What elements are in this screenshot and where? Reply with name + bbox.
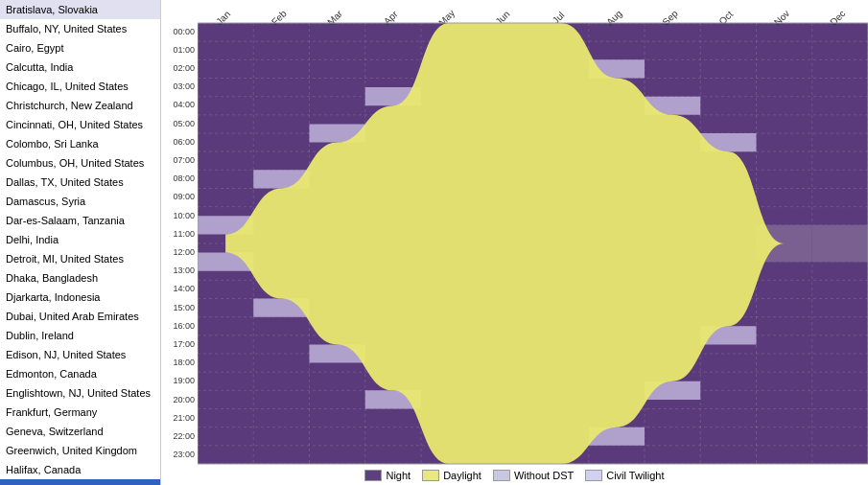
y-axis-label: 09:00: [161, 189, 198, 206]
chart-svg-container: JanFebMarAprMayJunJulAugSepOctNovDec: [198, 6, 868, 466]
sidebar-item[interactable]: Buffalo, NY, United States: [0, 19, 160, 38]
y-axis-label: 17:00: [161, 335, 198, 353]
legend-item: Daylight: [422, 470, 481, 481]
y-axis: 00:0001:0002:0003:0004:0005:0006:0007:00…: [161, 6, 198, 466]
sidebar-item[interactable]: Colombo, Sri Lanka: [0, 134, 160, 153]
legend-item: Civil Twilight: [585, 470, 664, 481]
y-axis-label: 03:00: [161, 79, 198, 96]
y-axis-label: 14:00: [161, 281, 198, 298]
y-axis-label: 20:00: [161, 391, 198, 408]
sidebar-item[interactable]: Damascus, Syria: [0, 192, 160, 211]
y-axis-label: 08:00: [161, 171, 198, 188]
sidebar-item[interactable]: Edison, NJ, United States: [0, 345, 160, 364]
legend-label: Daylight: [443, 470, 481, 481]
sidebar-item[interactable]: Detroit, MI, United States: [0, 249, 160, 268]
y-axis-label: 01:00: [161, 41, 198, 58]
y-axis-label: 23:00: [161, 447, 198, 464]
y-axis-label: 21:00: [161, 409, 198, 427]
sidebar-item[interactable]: Englishtown, NJ, United States: [0, 383, 160, 403]
legend-swatch: [364, 470, 382, 481]
sidebar-item[interactable]: Frankfurt, Germany: [0, 403, 160, 422]
chart-legend: NightDaylightWithout DSTCivil Twilight: [161, 466, 868, 485]
legend-swatch: [493, 470, 510, 481]
sidebar-item[interactable]: Edmonton, Canada: [0, 364, 160, 383]
y-axis-label: 10:00: [161, 207, 198, 224]
legend-label: Civil Twilight: [606, 470, 664, 481]
y-axis-label: 16:00: [161, 317, 198, 335]
sidebar-item[interactable]: Bratislava, Slovakia: [0, 0, 160, 19]
y-axis-label: 06:00: [161, 133, 198, 150]
y-axis-label: 04:00: [161, 97, 198, 114]
y-axis-label: 13:00: [161, 263, 198, 280]
y-axis-label: 15:00: [161, 299, 198, 316]
y-axis-label: 22:00: [161, 427, 198, 445]
sidebar-item[interactable]: Christchurch, New Zealand: [0, 96, 160, 115]
y-axis-label: 00:00: [161, 23, 198, 40]
sidebar-item[interactable]: Hammerfest, Norway: [0, 479, 160, 485]
legend-item: Night: [364, 470, 411, 481]
legend-swatch: [585, 470, 602, 481]
sidebar-item[interactable]: Cairo, Egypt: [0, 38, 160, 58]
legend-item: Without DST: [493, 470, 574, 481]
sidebar-item[interactable]: Dubai, United Arab Emirates: [0, 307, 160, 326]
sidebar-item[interactable]: Dhaka, Bangladesh: [0, 268, 160, 288]
sidebar-item[interactable]: Dublin, Ireland: [0, 326, 160, 345]
sidebar-item[interactable]: Djarkarta, Indonesia: [0, 288, 160, 307]
sidebar-item[interactable]: Geneva, Switzerland: [0, 422, 160, 441]
sidebar-item[interactable]: Columbus, OH, United States: [0, 153, 160, 173]
y-axis-label: 05:00: [161, 115, 198, 132]
sidebar-item[interactable]: Halifax, Canada: [0, 460, 160, 479]
y-axis-label: 11:00: [161, 225, 198, 242]
chart-area: 00:0001:0002:0003:0004:0005:0006:0007:00…: [161, 0, 868, 485]
y-axis-label: 07:00: [161, 151, 198, 169]
sidebar-item[interactable]: Delhi, India: [0, 230, 160, 249]
sidebar-item[interactable]: Dallas, TX, United States: [0, 173, 160, 192]
sidebar-item[interactable]: Calcutta, India: [0, 58, 160, 77]
legend-label: Without DST: [514, 470, 574, 481]
city-list[interactable]: Bratislava, SlovakiaBuffalo, NY, United …: [0, 0, 161, 485]
sidebar-item[interactable]: Greenwich, United Kingdom: [0, 441, 160, 460]
y-axis-label: 12:00: [161, 243, 198, 261]
y-axis-label: 02:00: [161, 59, 198, 77]
sidebar-item[interactable]: Cincinnati, OH, United States: [0, 115, 160, 134]
sidebar-item[interactable]: Chicago, IL, United States: [0, 77, 160, 96]
legend-label: Night: [386, 470, 411, 481]
y-axis-label: 18:00: [161, 355, 198, 372]
y-axis-label: 19:00: [161, 373, 198, 390]
sidebar-item[interactable]: Dar-es-Salaam, Tanzania: [0, 211, 160, 230]
legend-swatch: [422, 470, 439, 481]
